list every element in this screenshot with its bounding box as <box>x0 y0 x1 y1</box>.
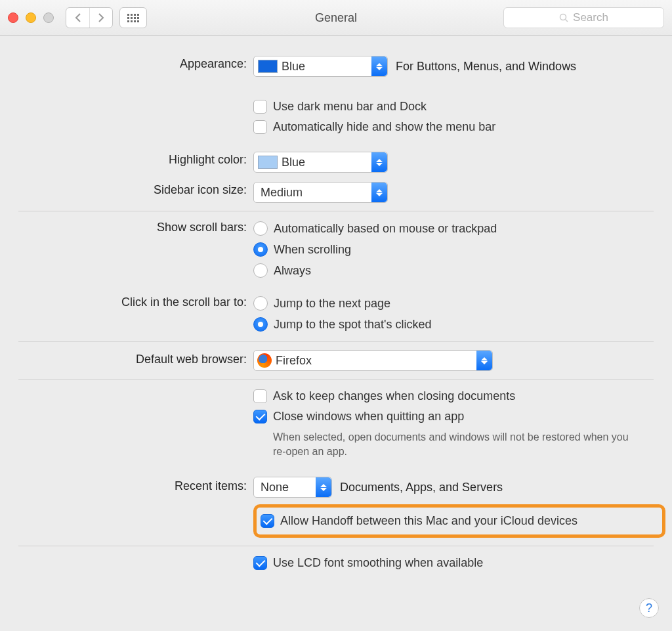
browser-select[interactable]: Firefox <box>253 350 493 371</box>
forward-button[interactable] <box>89 8 112 28</box>
show-all-button[interactable] <box>119 7 147 28</box>
scroll-always-label: Always <box>274 264 311 278</box>
lcd-smoothing-label: Use LCD font smoothing when available <box>273 556 483 570</box>
divider <box>18 379 654 380</box>
scroll-scrolling-radio[interactable] <box>253 242 268 257</box>
appearance-hint: For Buttons, Menus, and Windows <box>396 60 576 74</box>
recent-value: None <box>254 481 295 494</box>
handoff-checkbox[interactable] <box>261 514 274 528</box>
highlight-value: Blue <box>282 156 312 169</box>
browser-label: Default web browser: <box>7 350 253 366</box>
click-jump-spot-radio[interactable] <box>253 317 268 332</box>
handoff-label: Allow Handoff between this Mac and your … <box>280 514 578 528</box>
handoff-highlight: Allow Handoff between this Mac and your … <box>253 504 665 538</box>
divider <box>18 341 654 342</box>
scroll-label: Show scroll bars: <box>7 219 253 234</box>
close-windows-label: Close windows when quitting an app <box>273 410 464 424</box>
help-icon: ? <box>646 601 652 615</box>
search-icon <box>559 13 569 23</box>
minimize-icon[interactable] <box>26 12 36 23</box>
scroll-always-radio[interactable] <box>253 263 268 278</box>
highlight-swatch-icon <box>258 156 278 169</box>
highlight-select[interactable]: Blue <box>253 152 388 173</box>
appearance-value: Blue <box>282 60 312 74</box>
titlebar: General Search <box>0 0 672 36</box>
chevron-updown-icon <box>316 477 331 497</box>
dark-menu-label: Use dark menu bar and Dock <box>273 100 427 114</box>
maximize-icon[interactable] <box>43 12 54 23</box>
svg-line-1 <box>566 19 568 22</box>
scroll-scrolling-label: When scrolling <box>274 243 351 257</box>
appearance-label: Appearance: <box>7 56 253 71</box>
auto-hide-menu-label: Automatically hide and show the menu bar <box>273 120 495 134</box>
lcd-smoothing-checkbox[interactable] <box>253 556 267 570</box>
chevron-updown-icon <box>371 183 387 202</box>
close-icon[interactable] <box>8 12 18 23</box>
search-input[interactable]: Search <box>503 7 664 28</box>
search-placeholder: Search <box>573 11 608 24</box>
divider <box>18 211 654 211</box>
click-scroll-label: Click in the scroll bar to: <box>7 294 253 309</box>
help-button[interactable]: ? <box>639 598 659 618</box>
click-jump-page-label: Jump to the next page <box>274 297 390 311</box>
svg-point-0 <box>560 14 566 20</box>
recent-hint: Documents, Apps, and Servers <box>340 481 503 494</box>
divider <box>18 546 654 546</box>
scroll-auto-label: Automatically based on mouse or trackpad <box>274 222 497 236</box>
recent-label: Recent items: <box>7 477 253 493</box>
dark-menu-checkbox[interactable] <box>253 100 267 114</box>
click-jump-spot-label: Jump to the spot that's clicked <box>274 318 432 332</box>
close-windows-checkbox[interactable] <box>253 410 267 424</box>
chevron-updown-icon <box>476 351 492 370</box>
click-jump-page-radio[interactable] <box>253 296 268 311</box>
close-windows-hint: When selected, open documents and window… <box>253 430 665 458</box>
sidebar-size-select[interactable]: Medium <box>253 182 388 203</box>
sidebar-size-value: Medium <box>254 186 309 200</box>
back-button[interactable] <box>66 8 89 28</box>
scroll-auto-radio[interactable] <box>253 221 268 236</box>
chevron-updown-icon <box>371 56 387 76</box>
grid-icon <box>127 14 139 22</box>
appearance-swatch-icon <box>258 60 278 73</box>
recent-select[interactable]: None <box>253 477 332 498</box>
highlight-label: Highlight color: <box>7 152 253 167</box>
nav-buttons <box>66 7 113 28</box>
window-controls <box>8 12 54 23</box>
firefox-icon <box>257 353 272 368</box>
ask-changes-checkbox[interactable] <box>253 389 267 403</box>
preferences-content: Appearance: Blue For Buttons, Menus, and… <box>0 36 672 582</box>
auto-hide-menu-checkbox[interactable] <box>253 120 267 134</box>
sidebar-size-label: Sidebar icon size: <box>7 182 253 197</box>
appearance-select[interactable]: Blue <box>253 56 388 77</box>
ask-changes-label: Ask to keep changes when closing documen… <box>273 389 515 403</box>
browser-value: Firefox <box>274 354 318 368</box>
chevron-updown-icon <box>371 152 387 172</box>
window-title: General <box>315 11 357 25</box>
